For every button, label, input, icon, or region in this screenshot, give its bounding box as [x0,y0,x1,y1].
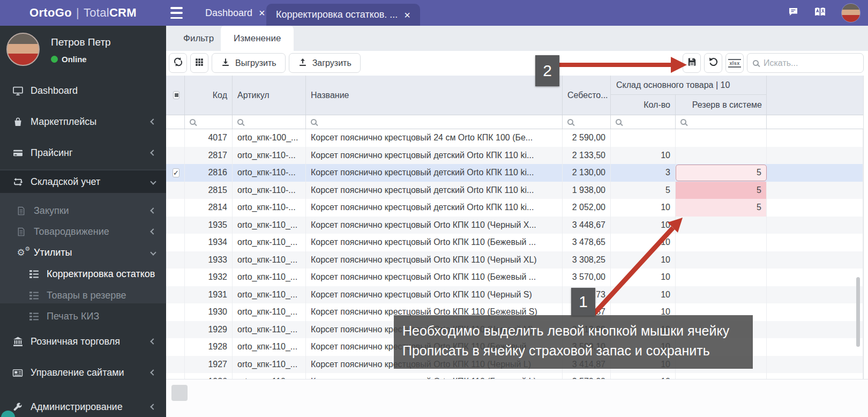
select-all-checkbox[interactable] [173,91,179,99]
sidebar-item-retail[interactable]: Розничная торговля [0,330,166,353]
sidebar-item-goods-movement[interactable]: Товародвижение [0,220,166,243]
cell-code[interactable]: 1933 [185,251,233,269]
cell-code[interactable]: 1927 [185,356,233,374]
table-row[interactable]: ✓ 1934 orto_кпк-110_... Корсет пояснично… [166,234,863,251]
cell-name[interactable]: Корсет пояснично крестцовый Orto КПК 110… [306,217,563,234]
export-button[interactable]: Выгрузить [212,53,286,73]
search-input[interactable] [764,58,844,68]
column-header-name[interactable]: Название [306,76,563,115]
cell-code[interactable]: 2816 [185,164,233,182]
refresh-button[interactable] [169,53,187,73]
sidebar-item-purchases[interactable]: Закупки [0,199,166,222]
vertical-scrollbar[interactable] [856,277,860,347]
cell-name[interactable]: Корсет пояснично крестцовый 24 см Orto К… [306,129,563,147]
cell-sku[interactable]: orto_кпк-110_... [233,338,306,356]
cell-qty[interactable]: 3 [611,164,676,182]
cell-sku[interactable]: orto_кпк-110_... [233,234,306,251]
filter-reserve[interactable] [676,115,767,129]
sidebar-item-marketplaces[interactable]: Маркетплейсы [0,110,166,133]
table-row[interactable]: ✓ 1932 orto_кпк-110_... Корсет пояснично… [166,269,863,286]
filter-code[interactable] [185,115,233,129]
cell-name[interactable]: Корсет пояснично крестцовый Orto КПК 110… [306,373,563,379]
cell-sku[interactable]: orto_кпк-110_... [233,373,306,379]
sidebar-item-site-management[interactable]: Управление сайтами [0,361,166,384]
table-search[interactable] [747,53,864,73]
column-header-reserve[interactable]: Резерв в системе [676,95,767,115]
cell-code[interactable]: 1932 [185,269,233,286]
tab-dashboard[interactable]: Dashboard × [196,0,275,26]
sidebar-item-warehouse[interactable]: Складской учет [0,170,166,193]
cell-code[interactable]: 1930 [185,303,233,321]
warehouse-group-label[interactable]: Склад основного товара | 10 [611,76,766,95]
table-row[interactable]: ✓ 2814 orto_кпк-110-... Корсет пояснично… [166,199,863,217]
sidebar-item-dashboard[interactable]: Dashboard [0,79,166,102]
table-row[interactable]: ✓ 4017 orto_кпк-100_... Корсет пояснично… [166,129,863,147]
cell-sku[interactable]: orto_кпк-110-... [233,182,306,199]
tab-stock-correction[interactable]: Корректировка остатков. ... × [266,4,420,26]
user-avatar[interactable] [6,33,40,66]
chat-icon[interactable] [788,6,799,19]
cell-reserve[interactable] [676,373,767,379]
sidebar-item-pricing[interactable]: Прайсинг [0,142,166,164]
menu-toggle-icon[interactable] [170,7,184,19]
page-size-option[interactable] [171,385,188,401]
sidebar-item-administration[interactable]: Администрирование [0,396,166,417]
cell-reserve[interactable] [676,129,767,147]
cell-sku[interactable]: orto_кпк-110-... [233,199,306,217]
user-avatar[interactable] [841,3,860,23]
cell-sku[interactable]: orto_кпк-110-... [233,147,306,165]
cell-qty[interactable]: 10 [611,147,676,165]
page-size-option[interactable] [199,385,215,401]
cell-code[interactable]: 2814 [185,199,233,217]
cell-code[interactable]: 2815 [185,182,233,199]
filter-qty[interactable] [611,115,676,129]
cell-code[interactable]: 1929 [185,321,233,339]
cell-sku[interactable]: orto_кпк-110_... [233,321,306,339]
filter-sku[interactable] [233,115,306,129]
cell-qty[interactable] [611,129,676,147]
cell-qty[interactable]: 10 [611,373,676,379]
column-chooser-button[interactable] [190,53,208,73]
cell-code[interactable]: 1926 [185,373,233,379]
cell-sku[interactable]: orto_кпк-110_... [233,217,306,234]
cell-code[interactable]: 1935 [185,217,233,234]
cell-code[interactable]: 1934 [185,234,233,251]
cell-name[interactable]: Корсет пояснично крестцовый детский Orto… [306,182,563,199]
tab-filter[interactable]: Фильтр [170,26,227,51]
cell-code[interactable]: 2817 [185,147,233,165]
cell-code[interactable]: 1931 [185,286,233,304]
page-size-option[interactable] [227,385,243,401]
cell-name[interactable]: Корсет пояснично крестцовый детский Orto… [306,147,563,165]
table-row[interactable]: ✓ 2817 orto_кпк-110-... Корсет пояснично… [166,147,863,165]
column-header-code[interactable]: Код [185,76,233,115]
cell-qty[interactable]: 5 [611,182,676,199]
cell-cost[interactable]: 2 590,00 [563,129,611,147]
column-header-cost[interactable]: Себесто... [563,76,611,115]
cell-reserve[interactable]: 5 [676,165,767,181]
select-all-cell[interactable] [166,76,185,115]
cell-sku[interactable]: orto_кпк-100_... [233,129,306,147]
cell-code[interactable]: 1928 [185,338,233,356]
translate-icon[interactable] [814,6,826,20]
table-row[interactable]: ✓ 2816 orto_кпк-110-... Корсет пояснично… [166,164,863,182]
sidebar-item-reserved-goods[interactable]: Товары в резерве [0,284,166,307]
filter-cost[interactable] [563,115,611,129]
tab-change[interactable]: Изменение [221,26,294,51]
cell-code[interactable]: 4017 [185,129,233,147]
cell-sku[interactable]: orto_кпк-110-... [233,164,306,182]
cell-reserve[interactable] [676,147,767,165]
cell-name[interactable]: Корсет пояснично крестцовый детский Orto… [306,164,563,182]
table-row[interactable]: ✓ 1935 orto_кпк-110_... Корсет пояснично… [166,217,863,234]
cell-cost[interactable]: 2 130,00 [563,164,611,182]
cell-sku[interactable]: orto_кпк-110_... [233,286,306,304]
cell-name[interactable]: Корсет пояснично крестцовый Orto КПК 110… [306,234,563,251]
table-row[interactable]: ✓ 2815 orto_кпк-110-... Корсет пояснично… [166,182,863,199]
table-row[interactable]: ✓ 1926 orto_кпк-110_... Корсет пояснично… [166,373,863,379]
close-icon[interactable]: × [259,8,265,18]
row-checkbox[interactable]: ✓ [173,168,179,177]
close-icon[interactable]: × [404,10,410,20]
table-row[interactable]: ✓ 1933 orto_кпк-110_... Корсет пояснично… [166,251,863,269]
cell-reserve[interactable]: 5 [676,182,767,199]
column-header-sku[interactable]: Артикул [233,76,306,115]
cell-sku[interactable]: orto_кпк-110_... [233,303,306,321]
